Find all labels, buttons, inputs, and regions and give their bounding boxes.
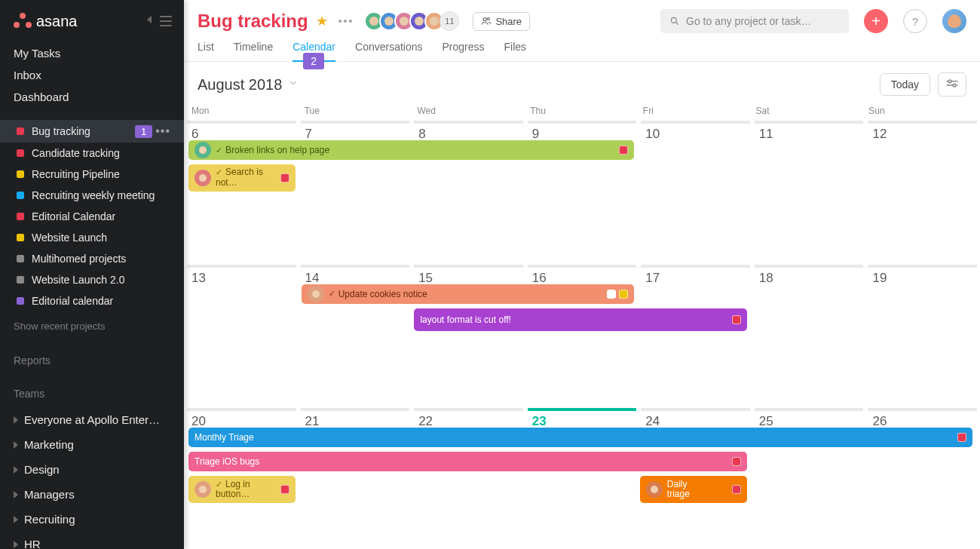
share-label: Share [495,16,522,27]
team-label: HR [24,538,41,549]
asana-logo-icon [14,12,32,30]
calendar-day[interactable]: 17 [641,265,750,406]
sidebar-project[interactable]: Bug tracking1••• [0,120,184,143]
check-icon: ✓ [216,480,222,489]
tab-progress[interactable]: Progress [443,41,485,61]
team-item[interactable]: Everyone at Apollo Enter… [0,407,184,432]
svg-point-0 [484,18,487,21]
tab-files[interactable]: Files [504,41,527,61]
project-more-icon[interactable]: ••• [335,15,357,27]
tab-calendar[interactable]: Calendar 2 [292,41,335,62]
day-of-week-label: Mon [187,104,300,118]
collapse-sidebar-icon[interactable] [152,14,172,29]
quick-add-button[interactable]: + [864,9,888,33]
project-tag-icon [280,173,289,182]
sidebar-project[interactable]: Recruiting Pipeline [0,164,184,185]
calendar-event[interactable]: Triage iOS bugs [188,452,747,471]
team-item[interactable]: Managers [0,482,184,507]
project-label: Candidate tracking [32,147,173,159]
sidebar: asana My Tasks Inbox Dashboard Bug track… [0,0,184,549]
day-of-week-label: Fri [639,104,752,118]
calendar-tab-badge: 2 [303,53,324,69]
nav-dashboard[interactable]: Dashboard [0,86,184,108]
project-color-icon [17,170,24,178]
svg-point-5 [948,80,951,83]
team-item[interactable]: Recruiting [0,507,184,532]
user-avatar[interactable] [942,9,966,33]
calendar-day[interactable]: 18 [755,265,864,406]
calendar-day[interactable]: 12 [868,121,977,262]
assignee-avatar [194,170,211,186]
nav-my-tasks[interactable]: My Tasks [0,42,184,64]
caret-right-icon [14,441,18,449]
calendar-day[interactable]: 19 [868,265,977,406]
caret-right-icon [14,516,18,523]
team-item[interactable]: Marketing [0,432,184,457]
calendar-day[interactable]: 13 [187,265,296,406]
today-button[interactable]: Today [880,73,930,96]
team-label: Marketing [24,438,74,451]
calendar-event[interactable]: ✓Update cookies notice [302,284,634,304]
project-more-icon[interactable]: ••• [152,124,173,138]
day-number: 19 [868,268,891,289]
sidebar-project[interactable]: Recruiting weekly meeting [0,185,184,206]
caret-right-icon [14,491,18,498]
member-avatars[interactable]: 11 [369,11,459,31]
assignee-avatar [308,286,324,302]
month-label: August 2018 [198,76,282,94]
day-number: 17 [641,268,664,289]
calendar-event[interactable]: ✓Broken links on help page [188,140,634,160]
search-input[interactable]: Go to any project or task… [660,9,849,33]
sidebar-header: asana [0,0,184,36]
svg-point-1 [488,18,490,20]
asana-logo[interactable]: asana [14,12,78,30]
event-title: layout format is cut off! [420,314,574,325]
show-recent-projects[interactable]: Show recent projects [0,316,184,336]
sidebar-project[interactable]: Website Launch 2.0 [0,269,184,290]
project-badge: 1 [135,125,152,138]
calendar-day[interactable]: 10 [641,121,750,262]
search-icon [669,16,680,26]
calendar-event[interactable]: Dailytriage [640,476,747,503]
project-label: Website Launch [32,232,173,244]
team-item[interactable]: HR [0,532,184,549]
calendar-settings-button[interactable] [938,72,966,97]
share-button[interactable]: Share [473,12,530,31]
calendar-day[interactable]: 11 [755,121,864,262]
event-title: ✓Log inbutton… [216,480,250,501]
month-picker-icon[interactable] [288,78,299,91]
star-icon[interactable]: ★ [316,13,328,29]
nav-inbox[interactable]: Inbox [0,64,184,86]
sidebar-project[interactable]: Candidate tracking [0,143,184,164]
project-tag-icon [957,433,966,442]
event-title: Dailytriage [667,480,690,501]
calendar-week: 13141516171819✓Update cookies noticelayo… [184,262,980,406]
team-label: Everyone at Apollo Enter… [24,413,160,426]
sidebar-project[interactable]: Editorial Calendar [0,206,184,227]
day-of-week-label: Sat [752,104,865,118]
calendar-event[interactable]: Monthly Triage [188,428,972,447]
project-label: Recruiting weekly meeting [32,189,173,201]
calendar-event[interactable]: ✓Log inbutton… [188,476,296,503]
team-item[interactable]: Design [0,457,184,482]
tab-conversations[interactable]: Conversations [355,41,423,61]
sidebar-project[interactable]: Editorial calendar [0,290,184,311]
project-label: Editorial calendar [32,295,173,307]
sidebar-project[interactable]: Multihomed projects [0,248,184,269]
member-count-badge[interactable]: 11 [439,11,459,31]
tab-timeline[interactable]: Timeline [234,41,273,61]
calendar-event[interactable]: ✓Search isnot… [188,164,296,192]
sidebar-project[interactable]: Website Launch [0,227,184,248]
project-color-icon [17,149,24,157]
calendar-event[interactable]: layout format is cut off! [414,308,746,331]
project-title[interactable]: Bug tracking [198,11,308,32]
project-color-icon [17,297,24,305]
teams-header: Teams [0,374,184,407]
team-list: Everyone at Apollo Enter…MarketingDesign… [0,407,184,549]
day-number: 11 [755,124,778,145]
help-button[interactable]: ? [903,9,927,33]
tab-list[interactable]: List [198,41,214,61]
reports-section[interactable]: Reports [0,341,184,374]
project-tag-icon [607,290,616,299]
project-list: Bug tracking1•••Candidate trackingRecrui… [0,115,184,316]
